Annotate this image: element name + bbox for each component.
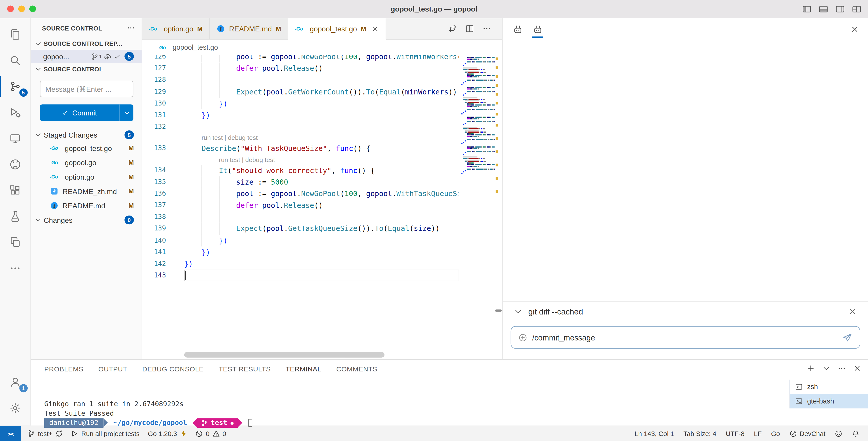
- terminal-prompt: danielhu@192 ~/go/mycode/gopool test ●: [44, 418, 252, 428]
- scm-file-gopool.go[interactable]: -Gogopool.goM: [31, 155, 142, 170]
- activity-source-control[interactable]: 5: [0, 73, 31, 99]
- tab-option.go[interactable]: -Gooption.goM: [142, 18, 210, 39]
- repo-item[interactable]: gopoo... 1 5: [31, 50, 142, 63]
- language-mode[interactable]: Go: [768, 428, 783, 440]
- line-number: 131: [142, 109, 184, 121]
- eol[interactable]: LF: [751, 428, 765, 440]
- activity-testing[interactable]: [0, 203, 31, 229]
- text-cursor: [601, 332, 601, 342]
- zoom-window-button[interactable]: [29, 5, 36, 12]
- more-actions-icon[interactable]: [837, 364, 846, 373]
- tab-README.md[interactable]: iREADME.mdM: [210, 18, 288, 39]
- devchat-command-row[interactable]: git diff --cached: [503, 301, 868, 321]
- panel-tab-terminal[interactable]: TERMINAL: [286, 361, 321, 376]
- activity-accounts[interactable]: 1: [0, 369, 31, 395]
- go-version[interactable]: Go 1.20.3: [145, 428, 191, 440]
- close-tab-icon[interactable]: [371, 25, 379, 33]
- layout-sidebar-right-icon[interactable]: [835, 4, 845, 13]
- cursor-position[interactable]: Ln 143, Col 1: [631, 428, 677, 440]
- devchat-session-2[interactable]: [532, 23, 544, 35]
- branch-icon: [28, 430, 35, 437]
- activity-more[interactable]: [0, 255, 31, 281]
- devchat-session-1[interactable]: [512, 23, 524, 35]
- encoding[interactable]: UTF-8: [722, 428, 748, 440]
- staged-changes-header[interactable]: Staged Changes 5: [31, 129, 142, 141]
- activity-explorer[interactable]: [0, 22, 31, 47]
- layout-customize-icon[interactable]: [852, 4, 862, 13]
- changes-header[interactable]: Changes 0: [31, 214, 142, 226]
- devchat-header: [503, 18, 868, 40]
- line-number: 127: [142, 63, 184, 74]
- activity-extensions[interactable]: [0, 177, 31, 203]
- run-project-tests[interactable]: Run all project tests: [68, 428, 143, 440]
- branch-indicator[interactable]: test+: [24, 428, 66, 440]
- terminal[interactable]: Ginkgo ran 1 suite in 2.674089292sTest S…: [44, 400, 252, 428]
- notifications[interactable]: [848, 428, 862, 440]
- sash-handle[interactable]: [495, 309, 502, 312]
- codelens[interactable]: run test | debug test: [142, 155, 502, 165]
- panel-tab-debug-console[interactable]: DEBUG CONSOLE: [142, 361, 204, 376]
- terminal-cursor: [249, 419, 252, 427]
- code-line-126: 126 pool := gopool.NewGoPool(100, gopool…: [142, 55, 502, 63]
- panel-tab-output[interactable]: OUTPUT: [98, 361, 127, 376]
- terminal-item-zsh[interactable]: zsh: [790, 380, 868, 394]
- terminal-dropdown-icon[interactable]: [822, 364, 831, 373]
- activity-layers[interactable]: [0, 229, 31, 255]
- code-editor[interactable]: 126 pool := gopool.NewGoPool(100, gopool…: [142, 55, 502, 359]
- close-window-button[interactable]: [7, 5, 14, 12]
- more-actions-icon[interactable]: [483, 24, 491, 33]
- commit-dropdown-button[interactable]: [119, 104, 133, 121]
- codelens[interactable]: run test | debug test: [142, 133, 502, 143]
- more-actions-icon[interactable]: [127, 24, 135, 32]
- check-icon[interactable]: [113, 53, 121, 60]
- commit-message-input[interactable]: [40, 81, 133, 97]
- section-source-control[interactable]: SOURCE CONTROL: [31, 63, 142, 75]
- minimap[interactable]: [461, 55, 495, 359]
- scm-file-option.go[interactable]: -Gooption.goM: [31, 170, 142, 184]
- dirty-indicator: ●: [230, 418, 234, 428]
- activity-run-debug[interactable]: [0, 99, 31, 125]
- activity-settings[interactable]: [0, 395, 31, 421]
- remote-indicator[interactable]: ><: [0, 426, 21, 441]
- search-icon: [9, 55, 21, 66]
- tab-gopool_test.go[interactable]: -Gogopool_test.goM: [288, 18, 386, 40]
- add-context-icon[interactable]: [518, 333, 527, 342]
- scm-file-README_zh.md[interactable]: README_zh.mdM: [31, 184, 142, 199]
- send-icon[interactable]: [842, 332, 852, 342]
- activity-remote-explorer[interactable]: [0, 125, 31, 151]
- terminal-item-gte-bash[interactable]: gte-bash: [790, 394, 868, 408]
- scm-file-README.md[interactable]: iREADME.mdM: [31, 198, 142, 213]
- close-panel-icon[interactable]: [850, 25, 859, 33]
- remove-command-icon[interactable]: [848, 307, 857, 316]
- breadcrumb[interactable]: -Go gopool_test.go: [142, 40, 502, 55]
- layout-sidebar-left-icon[interactable]: [802, 4, 812, 13]
- panel-tab-test-results[interactable]: TEST RESULTS: [219, 361, 271, 376]
- info-file-icon: i: [50, 201, 59, 210]
- feedback[interactable]: [832, 428, 846, 440]
- go-file-icon: -Go: [158, 45, 169, 50]
- compare-changes-icon[interactable]: [448, 24, 457, 33]
- scm-file-gopool_test.go[interactable]: -Gogopool_test.goM: [31, 141, 142, 156]
- info-file-icon: i: [216, 24, 225, 33]
- close-panel-icon[interactable]: [853, 364, 862, 373]
- layout-panel-icon[interactable]: [819, 4, 828, 13]
- code-line-136: 136 pool := gopool.NewGoPool(100, gopool…: [142, 188, 502, 200]
- cloud-upload-icon[interactable]: [104, 53, 111, 60]
- problems[interactable]: 00: [192, 428, 229, 440]
- devchat-status[interactable]: DevChat: [786, 428, 829, 440]
- tab-size[interactable]: Tab Size: 4: [680, 428, 720, 440]
- activity-search[interactable]: [0, 47, 31, 73]
- commit-button[interactable]: ✓ Commit: [40, 104, 133, 121]
- panel-tab-problems[interactable]: PROBLEMS: [44, 361, 84, 376]
- code-line-130: 130 }): [142, 98, 502, 109]
- devchat-input[interactable]: /commit_message: [511, 326, 860, 349]
- prompt-user-segment: danielhu@192: [44, 418, 103, 428]
- minimize-window-button[interactable]: [18, 5, 25, 12]
- panel-tab-comments[interactable]: COMMENTS: [336, 361, 377, 376]
- new-terminal-icon[interactable]: [806, 364, 815, 373]
- horizontal-scrollbar[interactable]: [184, 352, 385, 358]
- layers-icon: [9, 237, 21, 248]
- activity-github[interactable]: [0, 151, 31, 177]
- split-editor-icon[interactable]: [465, 24, 474, 33]
- section-repositories[interactable]: SOURCE CONTROL REP...: [31, 37, 142, 50]
